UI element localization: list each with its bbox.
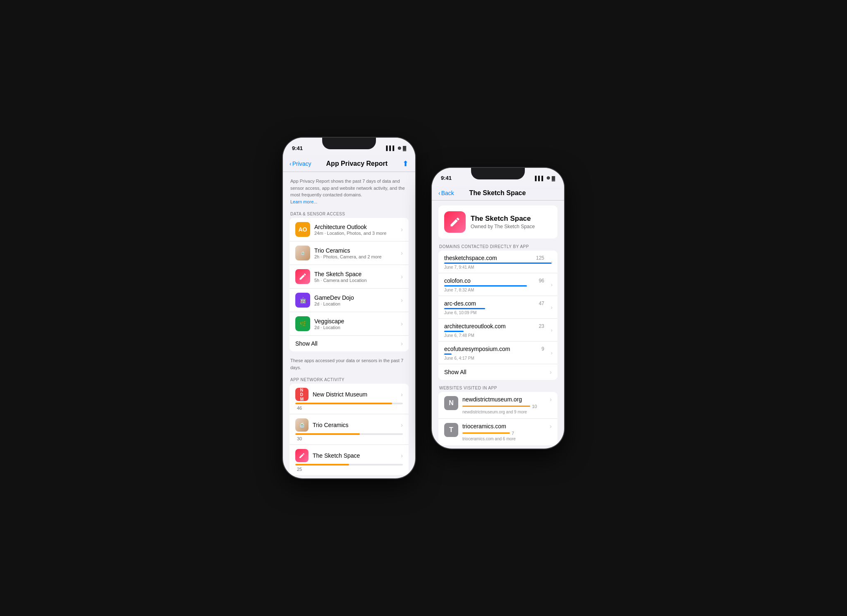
back-button-2[interactable]: ‹ Back	[438, 190, 454, 196]
website-item-1[interactable]: T trioceramics.com 7 trioceramics.com an…	[438, 419, 557, 445]
network-item-ss2[interactable]: The Sketch Space › 25	[290, 445, 409, 475]
section-footer-sensor: These apps accessed your data or sensors…	[283, 355, 415, 375]
app-name-gd: GameDev Dojo	[314, 294, 398, 301]
domain-date-3: June 6, 7:48 PM	[444, 333, 552, 338]
chevron-vs: ›	[401, 320, 403, 327]
domain-name-1: colofon.co	[444, 277, 471, 284]
phone-2: 9:41 ▌▌▌ ⊛ ▓ ‹ Back The Sketch Space	[432, 168, 564, 449]
site-icon-tc: T	[444, 423, 458, 437]
site-count-ndm: 10	[532, 404, 537, 409]
nav-title-2: The Sketch Space	[454, 189, 541, 197]
chevron-site-0: ›	[550, 396, 552, 403]
chevron-ss: ›	[401, 273, 403, 280]
app-sub-ss: 5h · Camera and Location	[314, 278, 398, 283]
site-count-tc: 7	[512, 431, 514, 436]
domain-chevron-0: ›	[551, 258, 553, 265]
status-icons-1: ▌▌▌ ⊛ ▓	[386, 146, 406, 151]
list-item-vs[interactable]: 🌿 Veggiscape 2d · Location ›	[290, 312, 409, 336]
item-info-vs: Veggiscape 2d · Location	[314, 318, 398, 330]
bar-fill-ss2	[295, 464, 349, 466]
chevron-left-icon-2: ‹	[438, 190, 440, 196]
sketch-space-logo	[444, 211, 466, 233]
item-info-gd: GameDev Dojo 2d · Location	[314, 294, 398, 306]
domain-chevron-1: ›	[551, 281, 553, 287]
learn-more-link[interactable]: Learn more...	[290, 199, 317, 204]
site-info-ndm: newdistrictmuseum.org 10 newdistrictmuse…	[462, 396, 547, 414]
app-header-owner: Owned by The Sketch Space	[471, 224, 535, 229]
app-icon-ao: AO	[295, 222, 310, 237]
domain-name-2: arc-des.com	[444, 300, 476, 307]
content-1[interactable]: App Privacy Report shows the past 7 days…	[283, 172, 415, 478]
app-icon-vs: 🌿	[295, 316, 310, 331]
share-button-1[interactable]: ⬆	[402, 159, 409, 168]
domain-item-4[interactable]: ecofuturesymposium.com 9 June 6, 4:17 PM…	[438, 341, 557, 364]
app-name-tc: Trio Ceramics	[314, 247, 398, 254]
list-item-gd[interactable]: 🤖 GameDev Dojo 2d · Location ›	[290, 289, 409, 312]
battery-icon-2: ▓	[552, 176, 555, 181]
time-1: 9:41	[292, 145, 303, 151]
item-info-tc: Trio Ceramics 2h · Photos, Camera, and 2…	[314, 247, 398, 259]
chevron-show-all-sensor: ›	[401, 340, 403, 347]
bar-track-tc2	[295, 433, 403, 435]
network-apps-list: NDM New District Museum › 46 🍵 Trio Cera…	[290, 384, 409, 475]
domains-list: thesketchspace.com 125 June 7, 9:41 AM ›…	[438, 251, 557, 380]
chevron-show-all-domains: ›	[550, 369, 552, 375]
domain-bar-4	[444, 353, 452, 355]
time-2: 9:41	[441, 175, 452, 181]
count-ss2: 25	[297, 467, 403, 472]
description-section: App Privacy Report shows the past 7 days…	[283, 172, 415, 209]
app-header-card: The Sketch Space Owned by The Sketch Spa…	[438, 205, 557, 239]
domain-count-3: 23	[539, 323, 544, 329]
chevron-gd: ›	[401, 297, 403, 303]
websites-list: N newdistrictmuseum.org 10 newdistrictmu…	[438, 392, 557, 445]
app-icon-tc: 🍵	[295, 246, 310, 260]
app-icon-ndm: NDM	[295, 388, 309, 401]
domain-item-0[interactable]: thesketchspace.com 125 June 7, 9:41 AM ›	[438, 251, 557, 273]
domain-chevron-4: ›	[551, 349, 553, 356]
domain-item-1[interactable]: colofon.co 96 June 7, 8:32 AM ›	[438, 273, 557, 296]
list-item-tc[interactable]: 🍵 Trio Ceramics 2h · Photos, Camera, and…	[290, 241, 409, 265]
site-icon-ndm: N	[444, 396, 458, 410]
domain-bar-1	[444, 285, 527, 287]
screen-2: 9:41 ▌▌▌ ⊛ ▓ ‹ Back The Sketch Space	[432, 168, 564, 449]
app-header-name: The Sketch Space	[471, 215, 535, 223]
chevron-left-icon-1: ‹	[290, 160, 292, 167]
app-name-ss2: The Sketch Space	[313, 452, 398, 459]
network-item-ndm[interactable]: NDM New District Museum › 46	[290, 384, 409, 414]
notch-1	[322, 138, 376, 149]
app-name-tc2: Trio Ceramics	[313, 422, 398, 428]
site-sub-ndm: newdistrictmuseum.org and 9 more	[462, 410, 547, 414]
domain-bar-2	[444, 308, 485, 309]
website-item-0[interactable]: N newdistrictmuseum.org 10 newdistrictmu…	[438, 392, 557, 419]
site-info-tc: trioceramics.com 7 trioceramics.com and …	[462, 423, 547, 441]
domain-item-2[interactable]: arc-des.com 47 June 6, 10:09 PM ›	[438, 296, 557, 319]
app-name-ao: Architecture Outlook	[314, 224, 398, 230]
show-all-domains-button[interactable]: Show All ›	[438, 364, 557, 380]
wifi-icon-1: ⊛	[397, 146, 401, 151]
app-sub-ao: 24m · Location, Photos, and 3 more	[314, 231, 398, 236]
status-icons-2: ▌▌▌ ⊛ ▓	[535, 175, 555, 181]
domain-date-0: June 7, 9:41 AM	[444, 265, 552, 270]
signal-icon-1: ▌▌▌	[386, 146, 396, 150]
domain-date-1: June 7, 8:32 AM	[444, 288, 552, 292]
bar-track-ndm	[295, 403, 403, 404]
app-name-vs: Veggiscape	[314, 318, 398, 325]
app-sub-vs: 2d · Location	[314, 325, 398, 330]
network-item-tc2[interactable]: 🍵 Trio Ceramics › 30	[290, 414, 409, 445]
app-header-info: The Sketch Space Owned by The Sketch Spa…	[471, 215, 535, 229]
section-header-sensor: Data & Sensor Access	[283, 209, 415, 218]
list-item-ao[interactable]: AO Architecture Outlook 24m · Location, …	[290, 218, 409, 241]
domain-item-3[interactable]: architectureoutlook.com 23 June 6, 7:48 …	[438, 319, 557, 341]
back-button-1[interactable]: ‹ Privacy	[290, 160, 311, 167]
app-name-ndm: New District Museum	[313, 391, 398, 398]
domain-bar-3	[444, 331, 464, 332]
app-icon-gd: 🤖	[295, 293, 310, 308]
domain-date-4: June 6, 4:17 PM	[444, 356, 552, 361]
content-2[interactable]: The Sketch Space Owned by The Sketch Spa…	[432, 201, 564, 449]
list-item-ss[interactable]: The Sketch Space 5h · Camera and Locatio…	[290, 265, 409, 289]
app-sub-gd: 2d · Location	[314, 301, 398, 306]
chevron-ss2: ›	[401, 452, 403, 459]
show-all-sensor-button[interactable]: Show All ›	[290, 336, 409, 351]
count-tc2: 30	[297, 436, 403, 441]
domain-date-2: June 6, 10:09 PM	[444, 310, 552, 315]
